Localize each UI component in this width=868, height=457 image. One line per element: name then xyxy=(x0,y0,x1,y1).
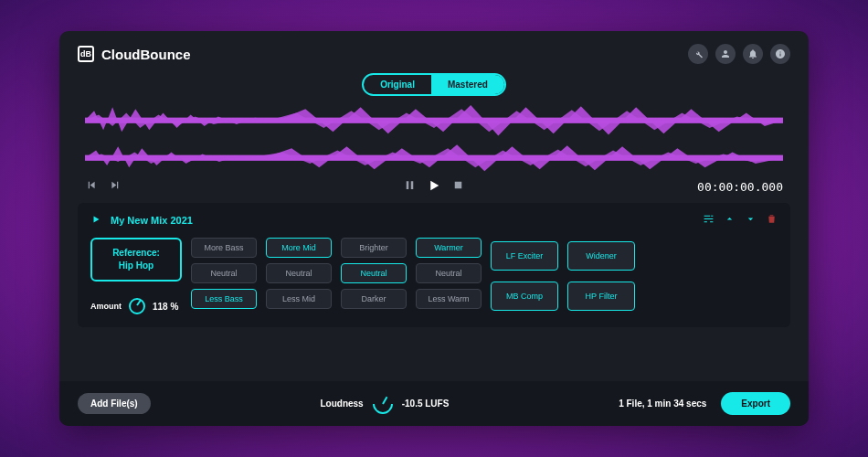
waveform-right-channel xyxy=(85,141,783,175)
loudness-knob[interactable] xyxy=(368,389,397,418)
controls-grid: Reference: Hip Hop Amount 118 % More Bas… xyxy=(90,238,778,314)
brand-name: CloudBounce xyxy=(101,47,191,62)
reference-label: Reference: xyxy=(112,247,160,260)
loudness-label: Loudness xyxy=(320,399,363,409)
skip-forward-icon[interactable] xyxy=(108,178,122,196)
chip-less-mid[interactable]: Less Mid xyxy=(266,289,332,309)
track-panel: My New Mix 2021 Reference: Hip Hop Amoun… xyxy=(78,203,790,327)
chip-neutral-bass[interactable]: Neutral xyxy=(191,263,257,283)
amount-knob[interactable] xyxy=(129,298,145,314)
chip-warmer[interactable]: Warmer xyxy=(416,238,482,258)
user-icon[interactable] xyxy=(715,44,736,64)
collapse-up-icon[interactable] xyxy=(724,212,736,228)
reference-value: Hip Hop xyxy=(119,260,153,272)
sliders-icon[interactable] xyxy=(703,212,715,228)
chip-less-bass[interactable]: Less Bass xyxy=(191,289,257,309)
effects-col-1: LF Exciter MB Comp xyxy=(491,238,558,314)
chip-neutral-bright[interactable]: Neutral xyxy=(341,263,407,283)
toggle-mastered[interactable]: Mastered xyxy=(431,75,504,94)
header: dB CloudBounce xyxy=(59,31,809,71)
amount-label: Amount xyxy=(90,302,122,311)
footer-bar: Add File(s) Loudness -10.5 LUFS 1 File, … xyxy=(59,381,809,426)
chip-neutral-mid[interactable]: Neutral xyxy=(266,263,332,283)
waveform-display[interactable] xyxy=(85,103,783,175)
logo-badge: dB xyxy=(78,46,94,62)
chip-more-bass[interactable]: More Bass xyxy=(191,238,257,258)
transport-bar: 00:00:00.000 xyxy=(59,175,809,197)
amount-value: 118 % xyxy=(153,302,178,312)
pause-icon[interactable] xyxy=(403,178,417,196)
eq-warm-col: Warmer Neutral Less Warm xyxy=(416,238,482,314)
file-info: 1 File, 1 min 34 secs xyxy=(619,399,706,409)
add-files-button[interactable]: Add File(s) xyxy=(78,393,151,414)
compare-toggle: Original Mastered xyxy=(59,73,809,96)
track-name: My New Mix 2021 xyxy=(111,215,193,226)
chip-neutral-warm[interactable]: Neutral xyxy=(416,263,482,283)
loudness-control: Loudness -10.5 LUFS xyxy=(320,394,449,414)
header-icons xyxy=(688,44,790,64)
chip-hp-filter[interactable]: HP Filter xyxy=(567,282,635,311)
amount-control: Amount 118 % xyxy=(90,298,182,314)
chip-darker[interactable]: Darker xyxy=(341,289,407,309)
eq-mid-col: More Mid Neutral Less Mid xyxy=(266,238,332,314)
trash-icon[interactable] xyxy=(766,212,778,228)
timecode: 00:00:00.000 xyxy=(697,180,783,194)
toggle-pill: Original Mastered xyxy=(362,73,506,96)
info-icon[interactable] xyxy=(770,44,790,64)
chip-lf-exciter[interactable]: LF Exciter xyxy=(491,241,558,271)
chip-mb-comp[interactable]: MB Comp xyxy=(491,282,558,311)
bell-icon[interactable] xyxy=(743,44,763,64)
logo: dB CloudBounce xyxy=(78,46,191,62)
effects-col-2: Widener HP Filter xyxy=(567,238,635,314)
export-button[interactable]: Export xyxy=(721,392,790,415)
eq-bass-col: More Bass Neutral Less Bass xyxy=(191,238,257,314)
chip-less-warm[interactable]: Less Warm xyxy=(416,289,482,309)
track-header: My New Mix 2021 xyxy=(90,212,778,228)
eq-bright-col: Brighter Neutral Darker xyxy=(341,238,407,314)
skip-back-icon[interactable] xyxy=(85,178,99,196)
toggle-original[interactable]: Original xyxy=(364,75,431,94)
track-actions xyxy=(703,212,778,228)
app-window: dB CloudBounce Original Mastered xyxy=(59,31,809,426)
chip-widener[interactable]: Widener xyxy=(567,241,635,271)
track-play-icon[interactable] xyxy=(90,212,101,228)
expand-down-icon[interactable] xyxy=(745,212,757,228)
loudness-value: -10.5 LUFS xyxy=(402,399,450,409)
chip-more-mid[interactable]: More Mid xyxy=(266,238,332,258)
waveform-left-channel xyxy=(85,103,783,138)
play-icon[interactable] xyxy=(426,177,442,197)
chip-brighter[interactable]: Brighter xyxy=(341,238,407,258)
stop-icon[interactable] xyxy=(451,178,465,196)
reference-selector[interactable]: Reference: Hip Hop xyxy=(90,238,182,282)
wrench-icon[interactable] xyxy=(688,44,708,64)
